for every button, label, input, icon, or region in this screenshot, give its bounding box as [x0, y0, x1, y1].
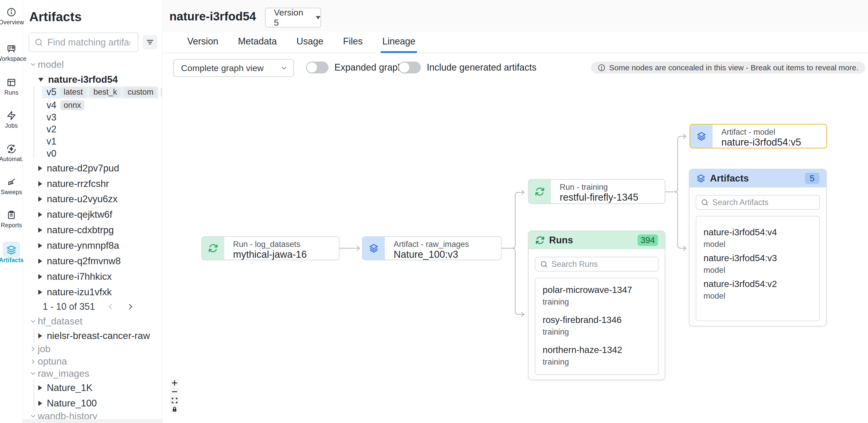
- triangle-right-icon: [38, 333, 42, 338]
- run-sync-icon: [535, 235, 545, 245]
- artifact-name-link[interactable]: nature-i3rfod54:v2: [704, 279, 812, 289]
- lock-button[interactable]: [170, 405, 179, 414]
- runs-panel-header[interactable]: Runs 394: [529, 231, 665, 249]
- triangle-right-icon: [38, 243, 42, 248]
- filter-button[interactable]: [143, 35, 157, 50]
- chevron-left-icon[interactable]: [107, 303, 115, 311]
- tree-item-artifact[interactable]: nature-u2vyu6zx: [23, 193, 118, 205]
- zoom-in-button[interactable]: [170, 379, 179, 387]
- fit-view-button[interactable]: [170, 396, 179, 404]
- rail-label: Artifacts: [0, 257, 24, 264]
- node-name: mythical-jawa-16: [233, 249, 307, 260]
- tree-item-artifact[interactable]: Nature_1K: [23, 382, 93, 393]
- search-icon: [701, 199, 709, 206]
- layers-icon: [6, 245, 16, 255]
- triangle-down-icon: [38, 78, 43, 82]
- horizontal-scrollbar[interactable]: [23, 419, 162, 423]
- fit-view-icon: [171, 397, 178, 404]
- run-name-link[interactable]: northern-haze-1342: [542, 345, 651, 355]
- chevron-down-icon: [30, 62, 36, 68]
- artifact-icon-box: [363, 237, 385, 260]
- chevron-right-icon: [30, 346, 36, 352]
- sidebar-item-automations[interactable]: Automat.: [0, 144, 23, 163]
- tree-version-v0[interactable]: v0: [23, 148, 56, 159]
- artifact-list-item: nature-i3rfod54:v4 model: [704, 227, 812, 250]
- tree-group-job[interactable]: job: [23, 344, 51, 355]
- tree-group-hf-dataset[interactable]: hf_dataset: [23, 316, 83, 327]
- artifact-list-item: nature-i3rfod54:v2 model: [704, 279, 812, 301]
- sidebar-item-runs[interactable]: Runs: [0, 77, 23, 96]
- node-name: Nature_100:v3: [394, 249, 469, 260]
- tree-group-optuna[interactable]: optuna: [23, 356, 67, 367]
- artifacts-count-badge: 5: [805, 173, 819, 184]
- run-job-type: training: [542, 297, 651, 307]
- tree-item-artifact[interactable]: nature-d2pv7pud: [23, 163, 119, 174]
- run-list-item: polar-microwave-1347 training: [542, 284, 651, 307]
- sidebar-item-workspace[interactable]: Workspace: [0, 44, 23, 62]
- sidebar-item-sweeps[interactable]: Sweeps: [0, 177, 23, 196]
- node-run-training[interactable]: Run - training restful-firefly-1345: [528, 179, 665, 204]
- tree-item-artifact[interactable]: nature-cdxbtrpg: [23, 224, 114, 236]
- triangle-right-icon: [38, 228, 42, 233]
- runs-count-badge: 394: [638, 234, 658, 246]
- triangle-right-icon: [38, 259, 42, 264]
- triangle-right-icon: [38, 401, 42, 406]
- artifact-search-input[interactable]: [47, 37, 130, 48]
- tree-item-artifact[interactable]: nature-i7hhkicx: [23, 271, 112, 282]
- chevron-right-icon[interactable]: [126, 303, 134, 311]
- artifact-type: model: [704, 239, 812, 250]
- main-content: nature-i3rfod54 Version 5 Version Metada…: [162, 0, 868, 423]
- tree-group-model[interactable]: model: [23, 59, 64, 70]
- artifacts-search-input[interactable]: [712, 198, 800, 207]
- artifact-search-box: [29, 33, 138, 52]
- icon-rail: Overview Workspace Runs Jobs Automat. Sw…: [0, 0, 23, 423]
- search-icon: [34, 38, 43, 47]
- tree-item-artifact[interactable]: nature-izu1vfxk: [23, 287, 112, 298]
- zoom-out-button[interactable]: [170, 388, 179, 396]
- tree-item-selected-artifact[interactable]: nature-i3rfod54: [23, 74, 118, 85]
- lock-icon: [171, 406, 178, 413]
- node-artifact-model-selected[interactable]: Artifact - model nature-i3rfod54:v5: [689, 124, 827, 149]
- node-run-log-datasets[interactable]: Run - log_datasets mythical-jawa-16: [202, 236, 339, 260]
- artifact-icon-box: [690, 125, 713, 148]
- layers-icon: [696, 131, 706, 141]
- runs-search-input[interactable]: [551, 260, 639, 269]
- triangle-right-icon: [38, 290, 42, 295]
- sidebar-item-artifacts[interactable]: Artifacts: [0, 245, 23, 264]
- clipboard-icon: [6, 210, 16, 220]
- tree-version-v5[interactable]: v5 latest best_k custom best: [23, 86, 162, 98]
- tree-version-v3[interactable]: v3: [23, 112, 56, 123]
- version-tag: latest: [60, 87, 86, 97]
- artifact-name-link[interactable]: nature-i3rfod54:v3: [704, 253, 812, 263]
- layers-icon: [696, 174, 706, 183]
- run-name-link[interactable]: polar-microwave-1347: [542, 284, 651, 295]
- tree-version-v4[interactable]: v4 onnx: [23, 100, 84, 111]
- node-name: nature-i3rfod54:v5: [721, 137, 801, 148]
- chevron-right-icon: [30, 358, 36, 364]
- rail-label: Automat.: [0, 156, 24, 163]
- runs-table-icon: [6, 77, 16, 87]
- tree-item-artifact[interactable]: nature-rrzfcshr: [23, 178, 109, 190]
- artifacts-panel-header[interactable]: Artifacts 5: [689, 169, 826, 188]
- tree-item-artifact[interactable]: nature-ynmnpf8a: [23, 240, 119, 251]
- artifact-name-link[interactable]: nature-i3rfod54:v4: [704, 227, 812, 238]
- panel-title: Artifacts: [710, 173, 749, 184]
- broom-icon: [6, 177, 16, 187]
- tree-item-artifact[interactable]: nature-q2fmvnw8: [23, 256, 121, 267]
- runs-group-panel: Runs 394 polar-microwave-1347 training r…: [528, 231, 665, 380]
- sidebar-item-jobs[interactable]: Jobs: [0, 111, 23, 129]
- rail-label: Runs: [4, 89, 19, 96]
- tree-item-artifact[interactable]: nielsr-breast-cancer-raw: [23, 330, 150, 341]
- tree-item-artifact[interactable]: Nature_100: [23, 398, 97, 409]
- automations-icon: [6, 144, 16, 154]
- info-icon: [6, 7, 16, 17]
- tree-version-v2[interactable]: v2: [23, 124, 56, 135]
- run-name-link[interactable]: rosy-firebrand-1346: [542, 315, 651, 325]
- sidebar-item-reports[interactable]: Reports: [0, 210, 23, 229]
- tree-item-artifact[interactable]: nature-qejktw6f: [23, 209, 112, 220]
- node-artifact-raw-images[interactable]: Artifact - raw_images Nature_100:v3: [362, 236, 501, 260]
- tree-version-v1[interactable]: v1: [23, 136, 56, 147]
- tree-group-raw-images[interactable]: raw_images: [23, 368, 89, 379]
- node-type: Run - training: [560, 183, 638, 192]
- sidebar-item-overview[interactable]: Overview: [0, 7, 23, 26]
